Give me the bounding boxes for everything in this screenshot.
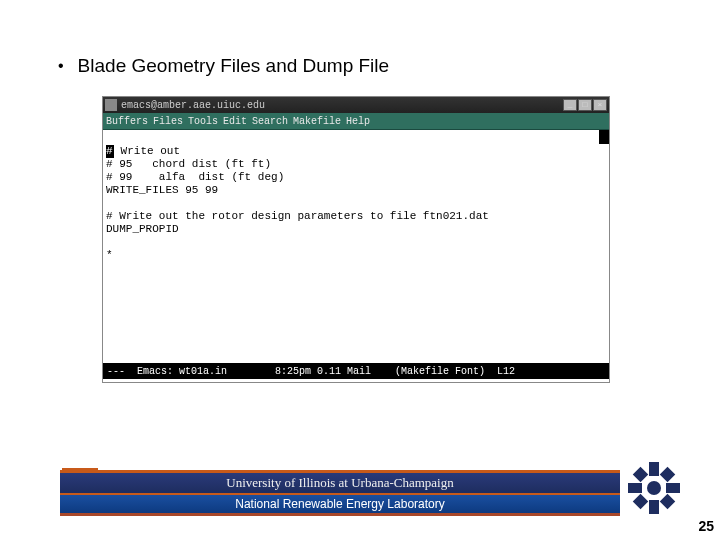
code-line-3: # 99 alfa dist (ft deg) [106, 171, 284, 183]
svg-rect-1 [649, 500, 659, 514]
svg-rect-3 [666, 483, 680, 493]
bullet-text: Blade Geometry Files and Dump File [78, 55, 390, 77]
bullet-line: • Blade Geometry Files and Dump File [58, 55, 389, 77]
app-icon [105, 99, 117, 111]
code-line-1b: Write out [114, 145, 180, 157]
emacs-menubar: Buffers Files Tools Edit Search Makefile… [103, 113, 609, 130]
scrollbar-bottom-icon[interactable] [599, 365, 609, 379]
svg-rect-6 [633, 494, 649, 510]
emacs-window: emacs@amber.aae.uiuc.edu _ □ × Buffers F… [102, 96, 610, 383]
footer-bar: University of Illinois at Urbana-Champai… [60, 470, 620, 518]
code-line-6: # Write out the rotor design parameters … [106, 210, 489, 222]
footer-stripe-bottom [60, 513, 620, 516]
code-line-4: WRITE_FILES 95 99 [106, 184, 218, 196]
titlebar-text: emacs@amber.aae.uiuc.edu [121, 100, 265, 111]
window-controls: _ □ × [563, 99, 607, 111]
editor-area[interactable]: # Write out # 95 chord dist (ft ft) # 99… [103, 130, 609, 363]
close-button[interactable]: × [593, 99, 607, 111]
statusbar-text: --- Emacs: wt01a.in 8:25pm 0.11 Mail (Ma… [107, 366, 515, 377]
code-line-9: * [106, 249, 113, 261]
scrollbar-top-icon[interactable] [599, 130, 609, 144]
svg-rect-2 [628, 483, 642, 493]
code-line-2: # 95 chord dist (ft ft) [106, 158, 271, 170]
svg-rect-5 [660, 467, 676, 483]
menu-tools[interactable]: Tools [188, 116, 218, 127]
svg-point-9 [647, 481, 661, 495]
minibuffer [103, 379, 609, 382]
footer-nrel: National Renewable Energy Laboratory [60, 495, 620, 513]
menu-help[interactable]: Help [346, 116, 370, 127]
emacs-statusbar: --- Emacs: wt01a.in 8:25pm 0.11 Mail (Ma… [103, 363, 609, 379]
cursor-block: # [106, 145, 114, 158]
maximize-button[interactable]: □ [578, 99, 592, 111]
titlebar-left: emacs@amber.aae.uiuc.edu [105, 99, 265, 111]
svg-rect-7 [660, 494, 676, 510]
emacs-titlebar: emacs@amber.aae.uiuc.edu _ □ × [103, 97, 609, 113]
minimize-button[interactable]: _ [563, 99, 577, 111]
menu-files[interactable]: Files [153, 116, 183, 127]
menu-buffers[interactable]: Buffers [106, 116, 148, 127]
menu-search[interactable]: Search [252, 116, 288, 127]
menu-makefile[interactable]: Makefile [293, 116, 341, 127]
svg-rect-0 [649, 462, 659, 476]
footer-uiuc: University of Illinois at Urbana-Champai… [60, 473, 620, 493]
menu-edit[interactable]: Edit [223, 116, 247, 127]
nrel-logo-icon [626, 460, 682, 516]
svg-rect-4 [633, 467, 649, 483]
bullet-dot: • [58, 57, 64, 75]
page-number: 25 [698, 518, 714, 534]
code-line-7: DUMP_PROPID [106, 223, 179, 235]
